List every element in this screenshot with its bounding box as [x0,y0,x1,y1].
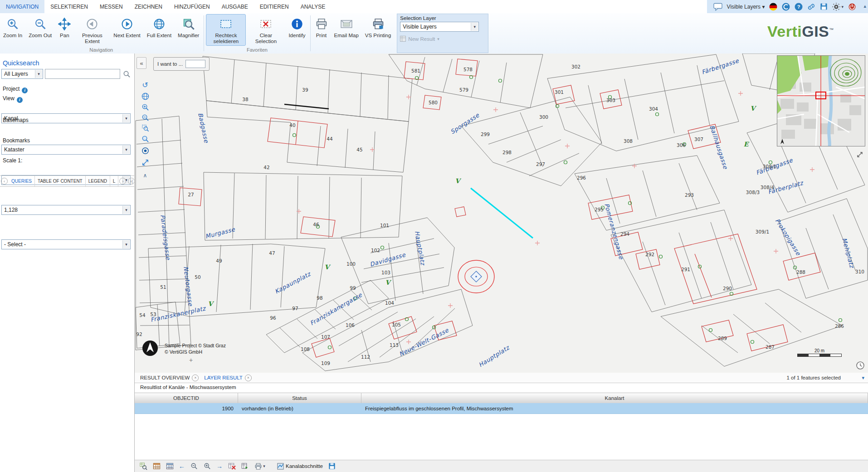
info-icon[interactable]: i [17,97,23,103]
menu-tab-selektieren[interactable]: SELEKTIEREN [44,0,94,13]
zoom-in-icon [6,17,19,31]
new-result-button[interactable]: New Result▾ [400,36,485,42]
chevron-down-icon: ▾ [35,70,42,78]
visible-layers-dropdown[interactable]: Visible Layers ▾ [727,4,765,10]
cadastral-map[interactable]: BadgasseParadeisgasseMurgasseNeutorgasse… [135,54,868,373]
quicksearch-input[interactable] [45,69,120,79]
zoom-to-result-icon[interactable] [139,462,147,470]
remove-result-icon[interactable] [228,462,236,470]
parcel-number: 287 [766,344,775,350]
parcel-number: 291 [681,267,690,272]
column-header-status[interactable]: Status [238,393,361,403]
tab-scroll-left-icon[interactable]: ‹ [1,178,8,185]
print-result-icon[interactable]: ▾ [254,462,266,470]
print-button[interactable]: Print [312,14,331,40]
next-extent-button[interactable]: Next Extent [111,14,143,40]
rectangle-select-button[interactable]: Rechteck selektieren [206,14,246,46]
close-icon[interactable]: × [192,375,199,381]
parcel-number: 99 [350,285,356,291]
geocortex-icon[interactable] [782,3,790,11]
map-attribution: Sample Project © Stadt Graz © VertiGIS G… [165,343,226,355]
zoom-in-button[interactable]: Zoom In [0,14,25,40]
power-icon[interactable] [848,3,856,11]
email-map-button[interactable]: Email Map [332,14,361,40]
zoom-previous-icon[interactable] [190,462,198,470]
target-tool-icon[interactable] [140,146,150,156]
tab-layer-result[interactable]: LAYER RESULT× [204,375,252,381]
quicksearch-layer-select[interactable]: All Layers▾ [1,69,43,79]
menu-tab-messen[interactable]: MESSEN [94,0,129,13]
menu-tab-analyse[interactable]: ANALYSE [295,0,331,13]
settings-gear-icon[interactable]: ▾ [832,3,844,11]
parcel-number: 580 [429,100,438,105]
basemaps-select[interactable]: Kataster▾ [1,145,131,155]
next-result-icon[interactable]: → [216,462,223,470]
tab-scroll-end-icon[interactable]: ›| [128,178,135,185]
zoom-out-button[interactable]: Zoom Out [26,14,54,40]
zoom-select-tool-icon[interactable] [140,134,150,144]
tab-queries[interactable]: QUERIES [9,176,35,186]
help-icon[interactable]: ? [795,3,803,11]
german-flag-icon[interactable] [769,3,777,11]
clear-selection-icon [259,17,273,31]
table-row[interactable]: 1900 vorhanden (in Betrieb) Freispiegela… [135,403,868,414]
menu-tab-zeichnen[interactable]: ZEICHNEN [129,0,168,13]
menu-tab-navigation[interactable]: NAVIGATION [0,0,44,13]
tab-table-of-content[interactable]: TABLE OF CONTENT [35,176,86,186]
ribbon-collapse-icon[interactable]: ▴ [863,3,866,9]
search-icon[interactable] [123,70,131,78]
table-select-icon[interactable] [166,462,174,470]
zoom-out-tool-icon[interactable] [140,112,150,122]
vs-printing-button[interactable]: VS Printing [362,14,394,40]
zoom-next-icon[interactable] [203,462,211,470]
save-result-icon[interactable] [328,462,336,470]
clear-selection-button[interactable]: Clear Selection [247,14,285,46]
extent-arrows-tool-icon[interactable] [140,157,150,167]
sidebar-collapse-button[interactable]: « [137,57,146,69]
info-icon[interactable]: i [22,88,28,93]
parcel-number: 92 [136,331,142,337]
tab-result-overview[interactable]: RESULT OVERVIEW× [140,375,199,381]
table-icon[interactable] [152,462,161,470]
i-want-to-input[interactable] [185,60,205,68]
menu-tab-hinzufuegen[interactable]: HINZUFÜGEN [168,0,216,13]
comment-bubble-icon[interactable] [713,3,722,11]
identify-button[interactable]: Identify [286,14,308,40]
selection-layer-select[interactable]: Visible Layers▾ [400,22,479,32]
tools-collapse-icon[interactable]: ∧ [140,170,150,180]
full-extent-button[interactable]: Full Extent [144,14,174,40]
query-select[interactable]: - Select -▾ [1,239,131,249]
export-result-icon[interactable] [241,462,249,470]
close-icon[interactable]: × [245,375,252,381]
link-icon[interactable] [807,3,815,11]
history-clock-icon[interactable] [856,361,865,370]
menu-tab-ausgabe[interactable]: AUSGABE [216,0,254,13]
globe-tool-icon[interactable] [140,91,150,101]
zoom-in-tool-icon[interactable] [140,102,150,112]
previous-extent-button[interactable]: Previous Extent [74,14,110,46]
zoom-window-tool-icon[interactable] [140,123,150,133]
parcel-number: 39 [302,87,308,92]
parcel-number: 308/3 [746,190,760,195]
pan-button[interactable]: Pan [55,14,73,40]
menu-tab-editieren[interactable]: EDITIEREN [254,0,295,13]
tab-legend[interactable]: LEGEND [86,176,110,186]
map-canvas[interactable]: BadgasseParadeisgasseMurgasseNeutorgasse… [135,54,868,373]
sidebar-tab-strip: ‹ QUERIES TABLE OF CONTENT LEGEND L › ›| [0,175,134,187]
overview-expand-icon[interactable] [857,151,863,158]
i-want-to-button[interactable]: I want to ... [153,57,210,71]
previous-result-icon[interactable]: ← [179,462,185,470]
magnifier-button[interactable]: Magnifier [175,14,202,40]
kanalabschnitte-button[interactable]: Kanalabschnitte [277,463,323,470]
overview-map[interactable] [777,55,865,146]
tab-layers-cut[interactable]: L [110,176,119,186]
scale-select[interactable]: 1,128▾ [1,205,131,215]
next-extent-icon [121,17,133,31]
tab-scroll-right-icon[interactable]: › [119,178,126,185]
panel-collapse-icon[interactable]: ▾ [862,375,864,381]
save-icon[interactable] [820,3,828,10]
column-header-kanalart[interactable]: Kanalart [361,393,868,403]
column-header-objectid[interactable]: OBJECTID [135,393,238,403]
parcel-number: 53 [150,311,156,317]
rotate-reset-icon[interactable]: ↺ [140,80,150,90]
